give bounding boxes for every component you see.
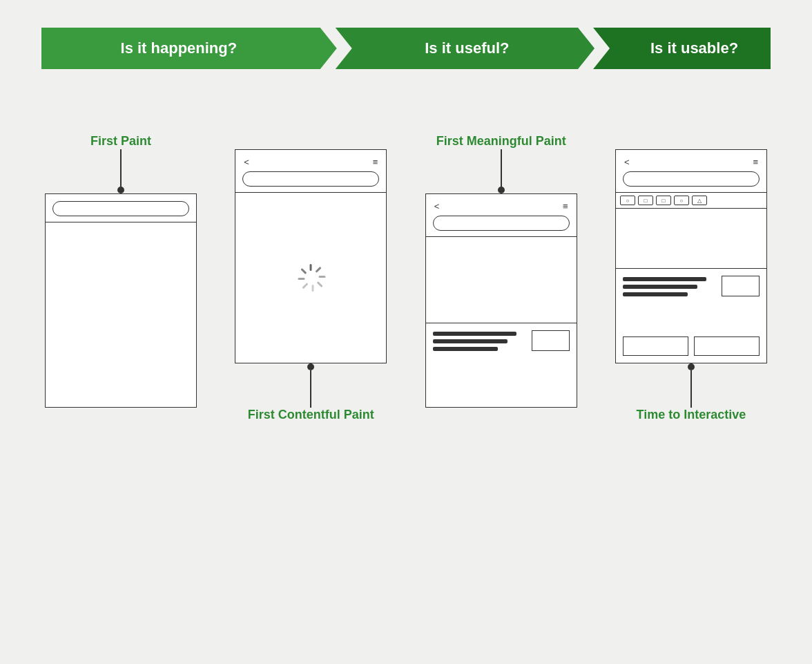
mock-search-bar xyxy=(242,171,379,187)
mock-body xyxy=(616,209,766,363)
text-line xyxy=(433,339,508,343)
first-paint-label: First Paint xyxy=(90,111,151,149)
mockup-time-to-interactive: < ≡ ○ □ □ ○ △ xyxy=(615,149,767,363)
time-to-interactive-label: Time to Interactive xyxy=(637,408,746,446)
mock-image-area xyxy=(616,209,766,269)
connector-tick xyxy=(120,149,122,158)
mockup-first-paint xyxy=(45,193,197,408)
mock-image-area xyxy=(426,237,577,323)
banner-segment-happening: Is it happening? xyxy=(41,28,337,69)
mock-tab-circle2: ○ xyxy=(674,196,689,205)
mockup-first-meaningful-paint: < ≡ xyxy=(425,193,577,408)
connector-tick xyxy=(310,399,311,408)
loading-spinner xyxy=(297,264,325,292)
text-line xyxy=(623,277,707,281)
text-line xyxy=(433,332,517,336)
mock-tab-square1: □ xyxy=(638,196,653,205)
banner-segment-useful: Is it useful? xyxy=(336,28,594,69)
mock-cta-button xyxy=(722,276,760,296)
mock-body xyxy=(426,237,577,407)
banner-segment-usable: Is it usable? xyxy=(593,28,771,69)
mock-header: < ≡ xyxy=(426,194,577,237)
connector-tick xyxy=(690,399,692,408)
mock-header xyxy=(46,194,196,222)
col-first-meaningful-paint: First Meaningful Paint < ≡ xyxy=(422,111,581,446)
text-line xyxy=(623,285,697,289)
mock-search-bar xyxy=(52,201,189,216)
connector-line xyxy=(310,370,311,399)
mock-content-area xyxy=(616,269,766,331)
text-line xyxy=(433,347,499,351)
text-line xyxy=(623,292,688,296)
spinner-container xyxy=(235,193,386,363)
col-first-contentful-paint: < ≡ xyxy=(231,111,390,446)
connector-tick xyxy=(501,149,502,158)
connector-first-contentful-paint xyxy=(307,363,314,408)
mock-header: < ≡ xyxy=(235,150,386,193)
connector-time-to-interactive xyxy=(688,363,695,408)
mock-content-area xyxy=(426,323,577,407)
connector-line xyxy=(501,158,502,187)
connector-line xyxy=(690,370,692,399)
mock-search-bar xyxy=(623,171,760,187)
connector-first-meaningful-paint xyxy=(498,149,505,193)
connector-dot xyxy=(688,363,695,370)
diagram: First Paint < ≡ xyxy=(41,111,771,446)
mock-nav: < ≡ xyxy=(433,201,570,211)
connector-first-paint xyxy=(117,149,124,193)
connector-dot xyxy=(498,187,505,193)
mock-tab-circle: ○ xyxy=(620,196,635,205)
first-meaningful-paint-label: First Meaningful Paint xyxy=(436,111,566,149)
mockup-first-contentful-paint: < ≡ xyxy=(235,149,387,363)
mock-secondary-button xyxy=(694,336,760,356)
mock-primary-button xyxy=(623,336,688,356)
connector-dot xyxy=(117,187,124,193)
first-contentful-paint-label: First Contentful Paint xyxy=(248,408,374,446)
mock-tab-bar: ○ □ □ ○ △ xyxy=(616,193,766,209)
mock-search-bar xyxy=(433,216,570,231)
mock-tab-triangle: △ xyxy=(692,196,707,205)
mock-nav: < ≡ xyxy=(242,157,379,167)
mock-tab-square2: □ xyxy=(656,196,671,205)
mock-empty-body xyxy=(46,222,196,407)
mock-buttons-row xyxy=(616,331,766,363)
banner: Is it happening? Is it useful? Is it usa… xyxy=(41,28,771,69)
connector-dot xyxy=(307,363,314,370)
mock-cta-button xyxy=(532,330,570,351)
mock-header: < ≡ xyxy=(616,150,766,193)
col-time-to-interactive: < ≡ ○ □ □ ○ △ xyxy=(612,111,771,446)
col-first-paint: First Paint xyxy=(41,111,200,446)
mock-nav: < ≡ xyxy=(623,157,760,167)
mock-text-lines xyxy=(623,276,716,325)
mock-text-lines xyxy=(433,330,526,401)
connector-line xyxy=(120,158,122,187)
